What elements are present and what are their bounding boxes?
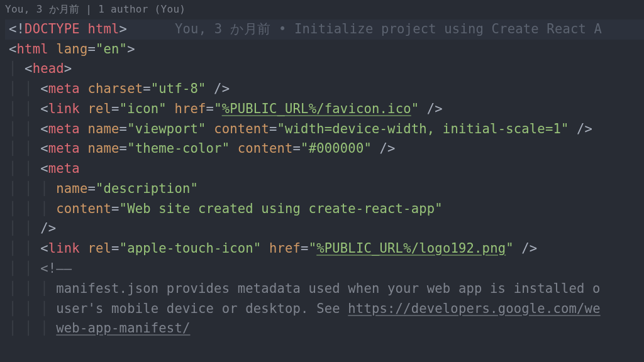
punct: < xyxy=(25,61,33,76)
code-line[interactable]: │ │ <link rel="apple-touch-icon" href="%… xyxy=(5,239,644,259)
indent-guide: │ │ xyxy=(9,221,40,236)
punct: > xyxy=(64,61,72,76)
eq: = xyxy=(119,121,128,136)
url-value[interactable]: %PUBLIC_URL%/logo192.png xyxy=(316,241,506,256)
space xyxy=(48,41,57,57)
quote: " xyxy=(309,241,317,256)
eq: = xyxy=(111,241,119,256)
attr-value: "width=device-width, initial-scale=1" xyxy=(277,121,569,136)
punct: < xyxy=(40,241,48,256)
code-line[interactable]: │ │ <meta charset="utf-8" /> xyxy=(5,79,644,99)
tag-name: html xyxy=(17,41,48,57)
indent-guide: │ │ │ xyxy=(9,201,56,216)
space xyxy=(261,241,269,256)
code-editor[interactable]: <!DOCTYPE html>You, 3 か月前 • Initialize p… xyxy=(0,19,644,339)
quote: " xyxy=(411,101,419,116)
punct: < xyxy=(9,41,17,57)
punct: < xyxy=(40,141,48,156)
eq: = xyxy=(119,141,128,156)
indent-guide: │ │ │ xyxy=(9,181,56,196)
self-close: /> xyxy=(514,241,538,256)
space xyxy=(80,121,88,136)
indent-guide: │ │ xyxy=(9,121,40,136)
space xyxy=(80,241,88,256)
attr-name: lang xyxy=(56,41,87,57)
code-line[interactable]: │ <head> xyxy=(5,59,644,79)
eq: = xyxy=(206,101,214,116)
attr-name: name xyxy=(87,121,119,136)
indent-guide: │ │ │ xyxy=(9,321,56,336)
attr-value: "theme-color" xyxy=(127,141,230,156)
punct: < xyxy=(40,101,48,116)
code-line[interactable]: <!DOCTYPE html>You, 3 か月前 • Initialize p… xyxy=(5,19,644,40)
punct: < xyxy=(40,161,48,176)
code-line[interactable]: │ │ │ content="Web site created using cr… xyxy=(5,199,644,219)
attr-value: "en" xyxy=(96,41,127,57)
self-close: /> xyxy=(419,101,443,116)
eq: = xyxy=(293,141,301,156)
attr-name: rel xyxy=(87,101,111,116)
comment-text: manifest.json provides metadata used whe… xyxy=(56,281,600,296)
comment-text: user's mobile device or desktop. See xyxy=(56,301,348,316)
space xyxy=(206,121,214,136)
attr-value: "apple-touch-icon" xyxy=(119,241,262,256)
tag-name: meta xyxy=(48,161,80,176)
code-line[interactable]: │ │ <!—— xyxy=(5,259,644,279)
code-line[interactable]: │ │ │ web-app-manifest/ xyxy=(5,319,644,339)
code-line[interactable]: <html lang="en"> xyxy=(5,40,644,60)
doctype-keyword: DOCTYPE xyxy=(25,21,80,36)
git-blame-inline: You, 3 か月前 • Initialize project using Cr… xyxy=(175,19,602,40)
self-close: /> xyxy=(206,81,230,96)
indent-guide: │ │ xyxy=(9,241,40,256)
comment-open: <!—— xyxy=(40,261,72,276)
space xyxy=(230,141,238,156)
indent-guide: │ │ │ xyxy=(9,281,56,296)
space xyxy=(80,81,88,96)
tag-name: html xyxy=(87,21,119,36)
code-line[interactable]: │ │ <meta xyxy=(5,159,644,179)
comment-url[interactable]: https://developers.google.com/we xyxy=(348,301,600,316)
attr-name: charset xyxy=(87,81,143,96)
eq: = xyxy=(301,241,309,256)
code-line[interactable]: │ │ │ manifest.json provides metadata us… xyxy=(5,279,644,299)
indent-guide: │ │ xyxy=(9,161,40,176)
eq: = xyxy=(87,41,96,57)
indent-guide: │ xyxy=(9,61,25,76)
punct: <! xyxy=(9,21,25,36)
attr-value: "#000000" xyxy=(301,141,372,156)
indent-guide: │ │ xyxy=(9,261,40,276)
punct: < xyxy=(40,121,48,136)
indent-guide: │ │ xyxy=(9,81,40,96)
indent-guide: │ │ xyxy=(9,141,40,156)
attr-name: content xyxy=(56,201,111,216)
code-line[interactable]: │ │ │ name="description" xyxy=(5,179,644,199)
tag-name: link xyxy=(48,241,80,256)
code-line[interactable]: │ │ <meta name="viewport" content="width… xyxy=(5,119,644,140)
attr-value: "viewport" xyxy=(127,121,206,136)
attr-name: href xyxy=(174,101,206,116)
url-value[interactable]: %PUBLIC_URL%/favicon.ico xyxy=(222,101,411,116)
quote: " xyxy=(506,241,514,256)
quote: " xyxy=(214,101,222,116)
tag-name: link xyxy=(48,101,80,116)
code-line[interactable]: │ │ <meta name="theme-color" content="#0… xyxy=(5,139,644,159)
attr-name: name xyxy=(56,181,87,196)
punct: < xyxy=(40,81,48,96)
space xyxy=(80,101,88,116)
attr-value: "Web site created using create-react-app… xyxy=(119,201,443,216)
self-close: /> xyxy=(372,141,396,156)
attr-name: content xyxy=(214,121,269,136)
indent-guide: │ │ xyxy=(9,101,40,116)
attr-value: "description" xyxy=(96,181,198,196)
git-blame-summary: You, 3 か月前 | 1 author (You) xyxy=(0,0,644,19)
self-close: /> xyxy=(569,121,593,136)
code-line[interactable]: │ │ /> xyxy=(5,219,644,239)
comment-url[interactable]: web-app-manifest/ xyxy=(56,321,190,336)
attr-name: href xyxy=(269,241,301,256)
code-line[interactable]: │ │ <link rel="icon" href="%PUBLIC_URL%/… xyxy=(5,99,644,119)
attr-value: "icon" xyxy=(119,101,167,116)
tag-name: meta xyxy=(48,121,80,136)
code-line[interactable]: │ │ │ user's mobile device or desktop. S… xyxy=(5,299,644,319)
punct: > xyxy=(119,21,128,36)
self-close: /> xyxy=(40,221,56,236)
